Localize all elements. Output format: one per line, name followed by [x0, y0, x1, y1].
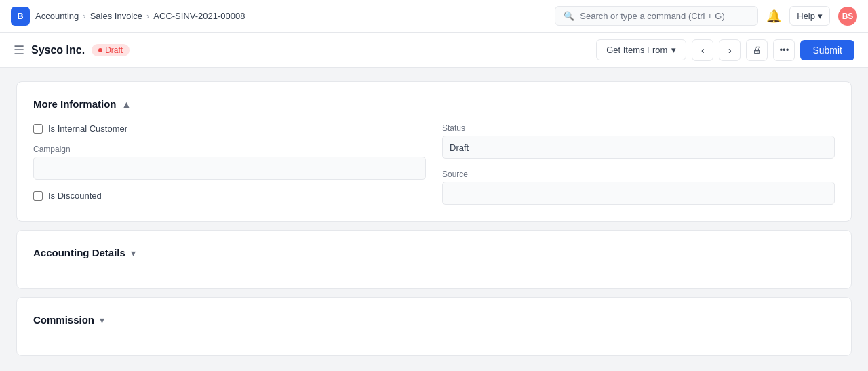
draft-dot	[98, 48, 102, 52]
expand-icon: ▾	[100, 315, 104, 326]
prev-button[interactable]: ‹	[692, 39, 713, 61]
search-icon: 🔍	[564, 11, 574, 21]
get-items-from-button[interactable]: Get Items From ▾	[596, 39, 686, 60]
more-information-title: More Information	[33, 98, 117, 110]
breadcrumb-sep-2: ›	[146, 11, 149, 21]
form-left: Is Internal Customer Campaign Is Discoun…	[33, 123, 426, 205]
collapse-icon: ▲	[122, 99, 132, 110]
app-icon[interactable]: B	[11, 7, 30, 26]
more-information-header[interactable]: More Information ▲	[33, 98, 835, 110]
print-button[interactable]: 🖨	[746, 39, 768, 61]
help-button[interactable]: Help ▾	[789, 6, 830, 26]
status-field: Status	[442, 123, 835, 159]
main-content: More Information ▲ Is Internal Customer …	[0, 68, 868, 370]
more-information-section: More Information ▲ Is Internal Customer …	[16, 81, 852, 222]
form-right: Status Source	[442, 123, 835, 205]
commission-title: Commission	[33, 314, 94, 326]
is-internal-customer-label: Is Internal Customer	[48, 123, 127, 134]
campaign-label: Campaign	[33, 144, 426, 154]
breadcrumb-sep-1: ›	[83, 11, 85, 21]
expand-icon: ▾	[131, 248, 136, 258]
campaign-input[interactable]	[33, 157, 426, 180]
is-internal-customer-row: Is Internal Customer	[33, 123, 426, 134]
breadcrumb-accounting[interactable]: Accounting	[35, 11, 79, 21]
breadcrumb-sales-invoice[interactable]: Sales Invoice	[90, 11, 142, 21]
source-label: Source	[442, 170, 835, 179]
notification-bell[interactable]: 🔔	[766, 9, 781, 24]
chevron-down-icon: ▾	[671, 45, 676, 55]
sub-nav-right: Get Items From ▾ ‹ › 🖨 ••• Submit	[596, 39, 854, 61]
more-options-button[interactable]: •••	[773, 39, 795, 61]
status-label: Status	[442, 123, 835, 133]
status-badge: Draft	[92, 44, 130, 56]
nav-right: 🔍 Search or type a command (Ctrl + G) 🔔 …	[555, 6, 857, 26]
is-discounted-checkbox[interactable]	[33, 191, 43, 201]
commission-header[interactable]: Commission ▾	[33, 314, 835, 326]
sub-header: ☰ Sysco Inc. Draft Get Items From ▾ ‹ › …	[0, 33, 868, 68]
breadcrumb: Accounting › Sales Invoice › ACC-SINV-20…	[35, 11, 245, 21]
breadcrumb-current: ACC-SINV-2021-00008	[153, 11, 245, 21]
accounting-details-title: Accounting Details	[33, 247, 125, 258]
commission-section: Commission ▾	[16, 297, 852, 356]
accounting-details-section: Accounting Details ▾	[16, 230, 852, 289]
is-internal-customer-checkbox[interactable]	[33, 124, 43, 134]
search-placeholder: Search or type a command (Ctrl + G)	[580, 11, 725, 21]
hamburger-menu[interactable]: ☰	[14, 43, 24, 58]
submit-button[interactable]: Submit	[800, 40, 854, 60]
search-bar[interactable]: 🔍 Search or type a command (Ctrl + G)	[555, 6, 758, 26]
more-information-form: Is Internal Customer Campaign Is Discoun…	[33, 123, 835, 205]
top-navigation: B Accounting › Sales Invoice › ACC-SINV-…	[0, 0, 868, 33]
is-discounted-label: Is Discounted	[48, 191, 102, 201]
company-name: Sysco Inc.	[31, 44, 85, 56]
campaign-field: Campaign	[33, 144, 426, 180]
chevron-down-icon: ▾	[818, 11, 823, 21]
source-field: Source	[442, 170, 835, 205]
next-button[interactable]: ›	[719, 39, 741, 61]
status-input[interactable]	[442, 136, 835, 159]
accounting-details-header[interactable]: Accounting Details ▾	[33, 247, 835, 258]
avatar[interactable]: BS	[838, 7, 857, 26]
source-input[interactable]	[442, 182, 835, 205]
is-discounted-row: Is Discounted	[33, 191, 426, 201]
